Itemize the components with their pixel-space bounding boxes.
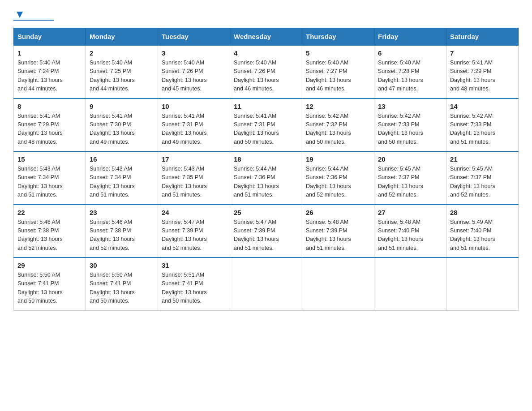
calendar-cell: 26 Sunrise: 5:48 AMSunset: 7:39 PMDaylig… bbox=[302, 205, 374, 258]
day-number: 10 bbox=[162, 103, 226, 110]
day-number: 16 bbox=[90, 155, 154, 163]
day-number: 7 bbox=[450, 49, 515, 57]
day-header-tuesday: Tuesday bbox=[158, 28, 230, 46]
day-number: 20 bbox=[378, 155, 442, 163]
day-number: 19 bbox=[306, 155, 370, 163]
calendar-cell: 5 Sunrise: 5:40 AMSunset: 7:27 PMDayligh… bbox=[302, 45, 374, 98]
day-number: 12 bbox=[306, 103, 370, 110]
week-row-3: 15 Sunrise: 5:43 AMSunset: 7:34 PMDaylig… bbox=[14, 151, 519, 205]
day-header-monday: Monday bbox=[86, 28, 158, 46]
day-number: 21 bbox=[450, 155, 515, 163]
calendar-cell: 25 Sunrise: 5:47 AMSunset: 7:39 PMDaylig… bbox=[230, 205, 302, 258]
day-info: Sunrise: 5:45 AMSunset: 7:37 PMDaylight:… bbox=[450, 165, 515, 200]
day-header-sunday: Sunday bbox=[14, 28, 86, 46]
calendar-cell: 11 Sunrise: 5:41 AMSunset: 7:31 PMDaylig… bbox=[230, 98, 302, 152]
day-header-friday: Friday bbox=[374, 28, 446, 46]
week-row-1: 1 Sunrise: 5:40 AMSunset: 7:24 PMDayligh… bbox=[14, 45, 519, 98]
day-info: Sunrise: 5:49 AMSunset: 7:40 PMDaylight:… bbox=[450, 218, 515, 253]
calendar-cell bbox=[374, 257, 446, 310]
day-number: 2 bbox=[90, 49, 154, 57]
day-info: Sunrise: 5:43 AMSunset: 7:35 PMDaylight:… bbox=[162, 165, 226, 200]
day-number: 14 bbox=[450, 103, 515, 110]
calendar-cell: 4 Sunrise: 5:40 AMSunset: 7:26 PMDayligh… bbox=[230, 45, 302, 98]
calendar-cell bbox=[230, 257, 302, 310]
day-info: Sunrise: 5:46 AMSunset: 7:38 PMDaylight:… bbox=[17, 218, 82, 253]
day-info: Sunrise: 5:40 AMSunset: 7:26 PMDaylight:… bbox=[162, 59, 226, 94]
week-row-2: 8 Sunrise: 5:41 AMSunset: 7:29 PMDayligh… bbox=[14, 98, 519, 152]
calendar-cell: 22 Sunrise: 5:46 AMSunset: 7:38 PMDaylig… bbox=[14, 205, 86, 258]
day-number: 29 bbox=[17, 261, 82, 269]
calendar-cell: 17 Sunrise: 5:43 AMSunset: 7:35 PMDaylig… bbox=[158, 151, 230, 205]
calendar-cell: 9 Sunrise: 5:41 AMSunset: 7:30 PMDayligh… bbox=[86, 98, 158, 152]
calendar-cell: 31 Sunrise: 5:51 AMSunset: 7:41 PMDaylig… bbox=[158, 257, 230, 310]
days-of-week-row: SundayMondayTuesdayWednesdayThursdayFrid… bbox=[14, 28, 519, 46]
calendar-cell: 24 Sunrise: 5:47 AMSunset: 7:39 PMDaylig… bbox=[158, 205, 230, 258]
day-number: 6 bbox=[378, 49, 442, 57]
day-number: 9 bbox=[90, 103, 154, 110]
calendar-cell: 14 Sunrise: 5:42 AMSunset: 7:33 PMDaylig… bbox=[446, 98, 519, 152]
calendar-cell: 29 Sunrise: 5:50 AMSunset: 7:41 PMDaylig… bbox=[14, 257, 86, 310]
calendar-body: 1 Sunrise: 5:40 AMSunset: 7:24 PMDayligh… bbox=[14, 45, 519, 310]
calendar-cell: 16 Sunrise: 5:43 AMSunset: 7:34 PMDaylig… bbox=[86, 151, 158, 205]
page-header bbox=[13, 9, 519, 21]
day-info: Sunrise: 5:46 AMSunset: 7:38 PMDaylight:… bbox=[90, 218, 154, 253]
week-row-4: 22 Sunrise: 5:46 AMSunset: 7:38 PMDaylig… bbox=[14, 205, 519, 258]
day-number: 1 bbox=[17, 49, 82, 57]
day-number: 5 bbox=[306, 49, 370, 57]
day-info: Sunrise: 5:42 AMSunset: 7:32 PMDaylight:… bbox=[306, 112, 370, 147]
day-number: 15 bbox=[17, 155, 82, 163]
calendar-cell: 21 Sunrise: 5:45 AMSunset: 7:37 PMDaylig… bbox=[446, 151, 519, 205]
day-info: Sunrise: 5:41 AMSunset: 7:30 PMDaylight:… bbox=[90, 112, 154, 147]
day-info: Sunrise: 5:51 AMSunset: 7:41 PMDaylight:… bbox=[162, 271, 226, 306]
day-number: 13 bbox=[378, 103, 442, 110]
day-info: Sunrise: 5:45 AMSunset: 7:37 PMDaylight:… bbox=[378, 165, 442, 200]
day-info: Sunrise: 5:42 AMSunset: 7:33 PMDaylight:… bbox=[378, 112, 442, 147]
calendar-table: SundayMondayTuesdayWednesdayThursdayFrid… bbox=[13, 28, 519, 311]
day-number: 3 bbox=[162, 49, 226, 57]
calendar-cell: 3 Sunrise: 5:40 AMSunset: 7:26 PMDayligh… bbox=[158, 45, 230, 98]
day-info: Sunrise: 5:41 AMSunset: 7:29 PMDaylight:… bbox=[450, 59, 515, 94]
day-number: 18 bbox=[234, 155, 298, 163]
calendar-cell: 30 Sunrise: 5:50 AMSunset: 7:41 PMDaylig… bbox=[86, 257, 158, 310]
day-info: Sunrise: 5:40 AMSunset: 7:24 PMDaylight:… bbox=[17, 59, 82, 94]
calendar-cell: 28 Sunrise: 5:49 AMSunset: 7:40 PMDaylig… bbox=[446, 205, 519, 258]
day-info: Sunrise: 5:50 AMSunset: 7:41 PMDaylight:… bbox=[17, 271, 82, 306]
week-row-5: 29 Sunrise: 5:50 AMSunset: 7:41 PMDaylig… bbox=[14, 257, 519, 310]
calendar-cell: 18 Sunrise: 5:44 AMSunset: 7:36 PMDaylig… bbox=[230, 151, 302, 205]
logo bbox=[13, 9, 56, 21]
day-number: 23 bbox=[90, 209, 154, 216]
day-number: 30 bbox=[90, 261, 154, 269]
day-number: 24 bbox=[162, 209, 226, 216]
day-info: Sunrise: 5:47 AMSunset: 7:39 PMDaylight:… bbox=[162, 218, 226, 253]
calendar-cell: 12 Sunrise: 5:42 AMSunset: 7:32 PMDaylig… bbox=[302, 98, 374, 152]
day-info: Sunrise: 5:40 AMSunset: 7:27 PMDaylight:… bbox=[306, 59, 370, 94]
calendar-header: SundayMondayTuesdayWednesdayThursdayFrid… bbox=[14, 28, 519, 46]
calendar-cell: 13 Sunrise: 5:42 AMSunset: 7:33 PMDaylig… bbox=[374, 98, 446, 152]
calendar-cell: 23 Sunrise: 5:46 AMSunset: 7:38 PMDaylig… bbox=[86, 205, 158, 258]
day-header-saturday: Saturday bbox=[446, 28, 519, 46]
day-number: 31 bbox=[162, 261, 226, 269]
day-info: Sunrise: 5:41 AMSunset: 7:29 PMDaylight:… bbox=[17, 112, 82, 147]
day-number: 27 bbox=[378, 209, 442, 216]
day-header-thursday: Thursday bbox=[302, 28, 374, 46]
day-info: Sunrise: 5:48 AMSunset: 7:40 PMDaylight:… bbox=[378, 218, 442, 253]
day-number: 11 bbox=[234, 103, 298, 110]
day-header-wednesday: Wednesday bbox=[230, 28, 302, 46]
calendar-cell: 6 Sunrise: 5:40 AMSunset: 7:28 PMDayligh… bbox=[374, 45, 446, 98]
day-number: 8 bbox=[17, 103, 82, 110]
day-info: Sunrise: 5:40 AMSunset: 7:25 PMDaylight:… bbox=[90, 59, 154, 94]
day-info: Sunrise: 5:41 AMSunset: 7:31 PMDaylight:… bbox=[234, 112, 298, 147]
day-info: Sunrise: 5:43 AMSunset: 7:34 PMDaylight:… bbox=[90, 165, 154, 200]
day-number: 25 bbox=[234, 209, 298, 216]
calendar-cell: 1 Sunrise: 5:40 AMSunset: 7:24 PMDayligh… bbox=[14, 45, 86, 98]
calendar-cell: 10 Sunrise: 5:41 AMSunset: 7:31 PMDaylig… bbox=[158, 98, 230, 152]
day-info: Sunrise: 5:41 AMSunset: 7:31 PMDaylight:… bbox=[162, 112, 226, 147]
calendar-cell: 8 Sunrise: 5:41 AMSunset: 7:29 PMDayligh… bbox=[14, 98, 86, 152]
calendar-cell bbox=[302, 257, 374, 310]
day-info: Sunrise: 5:42 AMSunset: 7:33 PMDaylight:… bbox=[450, 112, 515, 147]
svg-marker-0 bbox=[17, 12, 23, 18]
calendar-cell: 27 Sunrise: 5:48 AMSunset: 7:40 PMDaylig… bbox=[374, 205, 446, 258]
calendar-cell bbox=[446, 257, 519, 310]
day-info: Sunrise: 5:40 AMSunset: 7:28 PMDaylight:… bbox=[378, 59, 442, 94]
day-info: Sunrise: 5:50 AMSunset: 7:41 PMDaylight:… bbox=[90, 271, 154, 306]
